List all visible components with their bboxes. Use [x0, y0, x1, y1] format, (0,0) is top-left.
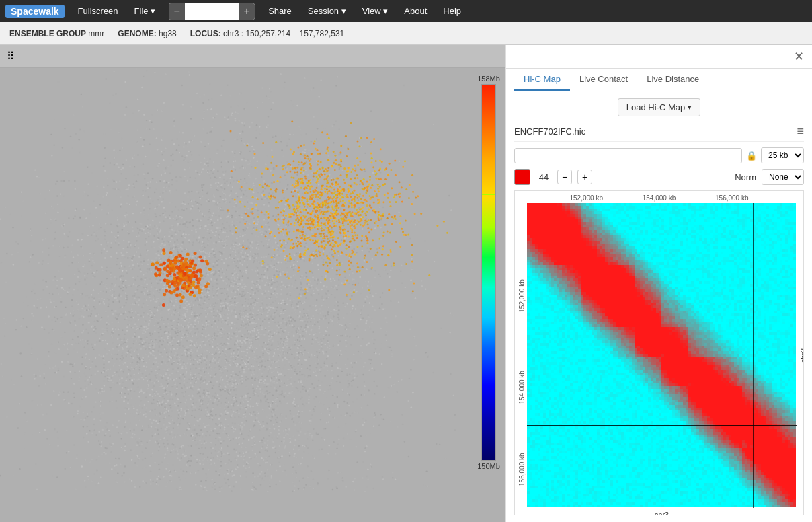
norm-label: Norm [735, 172, 756, 182]
colorbar-top-label: 158Mb [477, 75, 500, 83]
left-toolbar: ⚙ ⠿ [0, 45, 505, 68]
hic-map-container [514, 190, 804, 515]
main-content: ⚙ ⠿ 158Mb 150Mb ✕ Hi-C Map Live Contact … [0, 45, 812, 522]
ensemble-group-label: ENSEMBLE GROUP mmr [9, 29, 104, 38]
hic-map-canvas [515, 191, 803, 515]
tab-live-contact[interactable]: Live Contact [570, 69, 637, 91]
hic-content: Load Hi-C Map ENCFF702IFC.hic ≡ chr3:150… [506, 91, 812, 522]
right-panel-header: ✕ [506, 45, 812, 69]
top-navigation: Spacewalk Fullscreen File ▾ − 1 of 1 + S… [0, 0, 812, 22]
genome-info: GENOME: hg38 [118, 29, 176, 38]
left-panel: ⚙ ⠿ 158Mb 150Mb [0, 45, 505, 522]
track-counter: − 1 of 1 + [169, 3, 255, 20]
count-minus-button[interactable]: − [557, 170, 572, 184]
view-menu-button[interactable]: View ▾ [356, 3, 395, 19]
locus-info: LOCUS: chr3 : 150,257,214 – 157,782,531 [190, 29, 345, 38]
load-hic-map-button[interactable]: Load Hi-C Map [618, 98, 700, 116]
colorbar-indicator-line [482, 194, 495, 195]
brand-logo: Spacewalk [5, 5, 65, 18]
tab-live-distance[interactable]: Live Distance [637, 69, 708, 91]
norm-select[interactable]: None [762, 169, 804, 185]
counter-plus-button[interactable]: + [239, 3, 255, 20]
count-plus-button[interactable]: + [577, 170, 592, 184]
grid-icon[interactable]: ⠿ [7, 50, 13, 63]
colorbar-bottom-label: 150Mb [477, 462, 500, 470]
fullscreen-button[interactable]: Fullscreen [71, 3, 125, 19]
close-button[interactable]: ✕ [794, 49, 804, 64]
hic-file-row: ENCFF702IFC.hic ≡ [514, 122, 804, 142]
help-button[interactable]: Help [436, 3, 468, 19]
hic-tabs: Hi-C Map Live Contact Live Distance [506, 69, 812, 91]
colorbar-gradient [481, 84, 496, 461]
lock-icon: 🔒 [746, 151, 757, 161]
hic-menu-dots[interactable]: ≡ [797, 124, 804, 139]
color-bar: 158Mb 150Mb [479, 75, 499, 492]
right-panel: ✕ Hi-C Map Live Contact Live Distance Lo… [505, 45, 812, 522]
controls-row: 44 − + Norm None [514, 169, 804, 185]
file-menu-button[interactable]: File ▾ [128, 3, 163, 19]
locus-input[interactable]: chr3:150,257,214-157,778,534 chr3:150,25… [514, 148, 742, 163]
session-menu-button[interactable]: Session ▾ [301, 3, 353, 19]
color-swatch[interactable] [514, 169, 530, 185]
resolution-select[interactable]: 25 kb [761, 147, 804, 163]
locus-row: chr3:150,257,214-157,778,534 chr3:150,25… [514, 147, 804, 163]
scatter-plot [0, 68, 457, 492]
tab-hic-map[interactable]: Hi-C Map [514, 69, 570, 91]
counter-input[interactable]: 1 of 1 [185, 3, 239, 20]
counter-minus-button[interactable]: − [169, 3, 185, 20]
about-button[interactable]: About [397, 3, 434, 19]
info-bar: ENSEMBLE GROUP mmr GENOME: hg38 LOCUS: c… [0, 22, 812, 45]
share-button[interactable]: Share [261, 3, 298, 19]
count-value: 44 [536, 172, 552, 182]
hic-filename: ENCFF702IFC.hic [514, 126, 585, 137]
